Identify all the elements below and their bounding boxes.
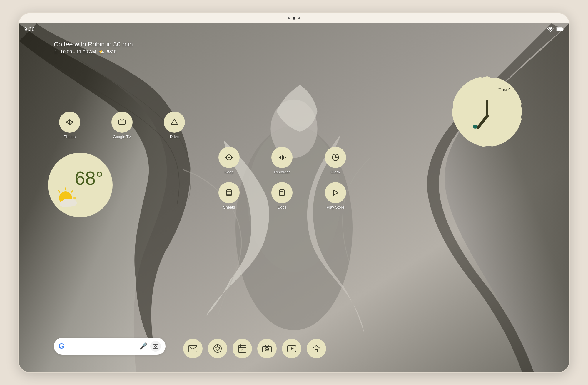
clock-label: Clock bbox=[331, 170, 340, 174]
svg-line-39 bbox=[333, 190, 338, 193]
camera-led-2 bbox=[298, 17, 300, 19]
svg-rect-26 bbox=[283, 156, 284, 159]
lens-icon[interactable] bbox=[150, 341, 161, 352]
clock-widget[interactable]: Thu 4 bbox=[452, 76, 522, 147]
clock-date: Thu 4 bbox=[499, 87, 511, 92]
event-time: 10:00 - 11:00 AM bbox=[60, 49, 96, 55]
weather-temperature: 68° bbox=[75, 167, 103, 189]
dock-camera[interactable] bbox=[257, 339, 277, 358]
svg-point-41 bbox=[155, 345, 157, 347]
search-bar[interactable]: G 🎤 bbox=[54, 338, 166, 355]
calendar-icon: 31 bbox=[238, 344, 247, 353]
svg-line-46 bbox=[219, 347, 221, 348]
tablet-frame: 9:30 Coffee with Robin bbox=[18, 12, 570, 373]
recorder-icon-circle bbox=[271, 147, 293, 168]
screen: 9:30 Coffee with Robin bbox=[19, 23, 569, 372]
dock-gmail[interactable] bbox=[183, 339, 203, 358]
svg-point-10 bbox=[486, 115, 489, 117]
svg-rect-20 bbox=[119, 120, 125, 124]
clock-app-icon bbox=[330, 152, 340, 162]
svg-line-16 bbox=[58, 191, 60, 192]
svg-text:31: 31 bbox=[241, 349, 244, 352]
app-icon-sheets[interactable]: Sheets bbox=[218, 182, 240, 209]
google-logo: G bbox=[59, 342, 64, 351]
app-icon-recorder[interactable]: Recorder bbox=[271, 147, 293, 174]
weather-blob: 68° bbox=[48, 153, 113, 217]
photos-icon bbox=[65, 117, 75, 127]
status-icons bbox=[547, 27, 564, 32]
dock-chrome[interactable] bbox=[208, 339, 227, 358]
drive-label: Drive bbox=[170, 135, 179, 139]
svg-rect-6 bbox=[563, 28, 564, 30]
svg-rect-42 bbox=[189, 345, 197, 352]
google-tv-icon bbox=[117, 117, 127, 127]
camera-icon bbox=[262, 344, 272, 353]
google-tv-label: Google TV bbox=[113, 135, 131, 139]
microphone-icon[interactable]: 🎤 bbox=[139, 342, 147, 350]
svg-point-19 bbox=[67, 200, 77, 206]
clock-indicator-dot bbox=[473, 125, 477, 129]
clock-blob: Thu 4 bbox=[452, 76, 522, 147]
clock-icon-circle bbox=[325, 147, 346, 168]
photos-icon-circle bbox=[59, 112, 80, 133]
lens-camera-icon bbox=[153, 343, 158, 349]
docs-label: Docs bbox=[278, 205, 286, 209]
calendar-icon: 🗓 bbox=[54, 50, 58, 54]
sheets-icon-circle bbox=[218, 182, 240, 203]
keep-icon-circle bbox=[218, 147, 240, 168]
app-icon-docs[interactable]: Docs bbox=[271, 182, 293, 209]
gmail-icon bbox=[188, 345, 197, 352]
clock-face bbox=[464, 93, 511, 139]
svg-point-55 bbox=[266, 348, 268, 350]
keep-icon bbox=[224, 152, 234, 162]
svg-rect-23 bbox=[279, 157, 280, 158]
svg-marker-57 bbox=[291, 347, 294, 350]
play-store-icon-circle bbox=[325, 182, 346, 203]
svg-marker-38 bbox=[333, 190, 338, 195]
svg-point-44 bbox=[216, 347, 219, 350]
google-tv-icon-circle bbox=[111, 112, 133, 133]
status-time: 9:30 bbox=[24, 26, 35, 32]
battery-icon bbox=[556, 27, 564, 31]
svg-rect-27 bbox=[285, 157, 286, 158]
svg-point-4 bbox=[550, 31, 551, 32]
app-icon-play-store[interactable]: Play Store bbox=[325, 182, 346, 209]
play-store-label: Play Store bbox=[327, 205, 344, 209]
youtube-icon bbox=[287, 344, 296, 353]
event-title: Coffee with Robin in 30 min bbox=[54, 41, 133, 48]
svg-rect-24 bbox=[280, 156, 281, 159]
play-store-icon bbox=[330, 188, 340, 198]
svg-rect-25 bbox=[282, 155, 283, 160]
weather-condition-icon bbox=[54, 186, 81, 209]
dock-home[interactable] bbox=[307, 339, 326, 358]
sheets-icon bbox=[224, 188, 234, 198]
event-detail: 🗓 10:00 - 11:00 AM 🌤️ 68°F bbox=[54, 49, 133, 55]
dock-youtube[interactable] bbox=[282, 339, 301, 358]
event-temp: 68°F bbox=[107, 49, 117, 55]
svg-rect-7 bbox=[557, 28, 562, 31]
recorder-label: Recorder bbox=[274, 170, 290, 174]
svg-line-47 bbox=[214, 347, 216, 348]
home-icon bbox=[312, 344, 321, 353]
svg-line-8 bbox=[478, 116, 487, 128]
keep-label: Keep bbox=[225, 170, 233, 174]
recorder-icon bbox=[277, 152, 287, 162]
app-icon-drive[interactable]: Drive bbox=[164, 112, 185, 139]
drive-icon bbox=[169, 117, 179, 127]
weather-emoji: 🌤️ bbox=[98, 49, 104, 55]
svg-rect-34 bbox=[280, 190, 284, 196]
photos-label: Photos bbox=[64, 135, 76, 139]
camera-bar bbox=[19, 13, 569, 23]
front-camera bbox=[293, 17, 295, 20]
docs-icon bbox=[277, 188, 287, 198]
drive-icon-circle bbox=[164, 112, 185, 133]
sheets-label: Sheets bbox=[223, 205, 235, 209]
app-icon-clock[interactable]: Clock bbox=[325, 147, 346, 174]
calendar-event-widget[interactable]: Coffee with Robin in 30 min 🗓 10:00 - 11… bbox=[54, 41, 133, 55]
dock-calendar[interactable]: 31 bbox=[233, 339, 252, 358]
app-icon-google-tv[interactable]: Google TV bbox=[111, 112, 133, 139]
weather-widget[interactable]: 68° bbox=[48, 153, 113, 217]
app-icon-keep[interactable]: Keep bbox=[218, 147, 240, 174]
app-icon-photos[interactable]: Photos bbox=[59, 112, 80, 139]
status-bar: 9:30 bbox=[19, 23, 569, 35]
